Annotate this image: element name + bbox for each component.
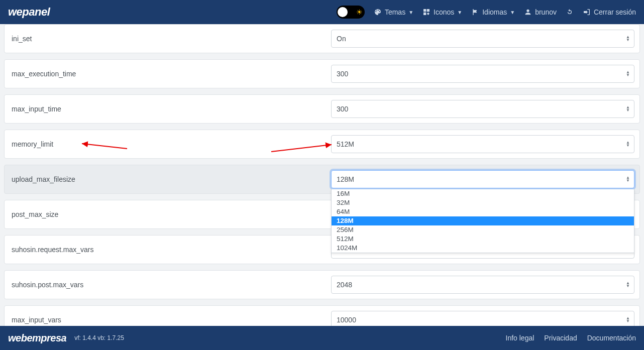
footer: webempresa vf: 1.4.4 vb: 1.7.25 Info leg… xyxy=(0,326,644,350)
navbar: wepanel ☀ Temas ▼ Iconos ▼ Idiomas ▼ bru… xyxy=(0,0,644,24)
nav-user[interactable]: brunov xyxy=(524,8,557,16)
select-arrows-icon: ▲▼ xyxy=(626,36,630,42)
nav-idiomas[interactable]: Idiomas ▼ xyxy=(471,8,515,16)
palette-icon xyxy=(374,8,382,16)
dropdown-option[interactable]: 16M xyxy=(332,189,634,198)
select-arrows-icon: ▲▼ xyxy=(626,71,630,77)
nav-user-label: brunov xyxy=(535,8,557,16)
settings-list: ini_setOn▲▼max_execution_time300▲▼max_in… xyxy=(0,24,644,350)
flag-icon xyxy=(471,8,479,16)
icons-icon xyxy=(422,8,431,16)
caret-down-icon: ▼ xyxy=(510,10,515,15)
setting-select-wrap: 128M▲▼16M32M64M128M256M512M1024M xyxy=(331,170,634,188)
setting-select-wrap: On▲▼ xyxy=(331,30,634,48)
setting-select-wrap: 512M▲▼ xyxy=(331,135,634,153)
nav-right: ☀ Temas ▼ Iconos ▼ Idiomas ▼ brunov Cerr… xyxy=(337,6,636,19)
setting-row-max_input_time: max_input_time300▲▼ xyxy=(4,94,640,124)
setting-label: suhosin.post.max_vars xyxy=(10,281,331,289)
setting-row-max_execution_time: max_execution_time300▲▼ xyxy=(4,59,640,88)
select-arrows-icon: ▲▼ xyxy=(626,176,630,182)
select-arrows-icon: ▲▼ xyxy=(626,282,630,288)
setting-select-wrap: 300▲▼ xyxy=(331,100,634,118)
select-arrows-icon: ▲▼ xyxy=(626,141,630,147)
footer-docs-link[interactable]: Documentación xyxy=(587,334,636,342)
select-memory_limit[interactable]: 512M▲▼ xyxy=(331,135,634,153)
dropdown-option[interactable]: 512M xyxy=(332,235,634,244)
dropdown-panel: 16M32M64M128M256M512M1024M xyxy=(331,189,634,253)
footer-version: vf: 1.4.4 vb: 1.7.25 xyxy=(74,334,124,341)
caret-down-icon: ▼ xyxy=(457,10,462,15)
setting-label: upload_max_filesize xyxy=(10,175,331,183)
setting-row-memory_limit: memory_limit512M▲▼ xyxy=(4,130,640,159)
footer-privacy-link[interactable]: Privacidad xyxy=(544,334,577,342)
select-upload_max_filesize[interactable]: 128M▲▼ xyxy=(331,170,634,188)
logout-button[interactable]: Cerrar sesión xyxy=(583,8,636,16)
dropdown-option[interactable]: 256M xyxy=(332,225,634,235)
select-value: 512M xyxy=(337,140,354,148)
setting-label: max_input_vars xyxy=(10,316,331,324)
caret-down-icon: ▼ xyxy=(408,10,413,15)
dropdown-option[interactable]: 64M xyxy=(332,207,634,216)
select-value: On xyxy=(337,35,346,43)
select-value: 128M xyxy=(337,175,354,183)
footer-logo: webempresa xyxy=(8,332,66,344)
sun-icon: ☀ xyxy=(356,8,363,16)
select-ini_set[interactable]: On▲▼ xyxy=(331,30,634,48)
toggle-knob xyxy=(338,7,348,17)
select-suhosin_post_max_vars[interactable]: 2048▲▼ xyxy=(331,276,634,294)
dropdown-option[interactable]: 1024M xyxy=(332,244,634,253)
setting-row-suhosin_post_max_vars: suhosin.post.max_vars2048▲▼ xyxy=(4,270,640,299)
setting-row-upload_max_filesize: upload_max_filesize128M▲▼16M32M64M128M25… xyxy=(4,165,640,194)
nav-idiomas-label: Idiomas xyxy=(482,8,507,16)
select-max_execution_time[interactable]: 300▲▼ xyxy=(331,65,634,83)
footer-links: Info legal Privacidad Documentación xyxy=(506,334,636,342)
app-logo: wepanel xyxy=(8,6,50,19)
nav-iconos-label: Iconos xyxy=(434,8,454,16)
theme-toggle[interactable]: ☀ xyxy=(337,6,365,19)
logout-label: Cerrar sesión xyxy=(594,8,636,16)
select-value: 10000 xyxy=(337,316,356,324)
select-value: 300 xyxy=(337,105,348,113)
setting-label: max_input_time xyxy=(10,105,331,113)
setting-label: max_execution_time xyxy=(10,70,331,78)
nav-temas[interactable]: Temas ▼ xyxy=(374,8,413,16)
setting-row-ini_set: ini_setOn▲▼ xyxy=(4,24,640,53)
setting-select-wrap: 2048▲▼ xyxy=(331,276,634,294)
refresh-icon xyxy=(566,8,574,16)
setting-label: post_max_size xyxy=(10,210,331,218)
dropdown-option[interactable]: 128M xyxy=(332,216,634,225)
dropdown-option[interactable]: 32M xyxy=(332,198,634,207)
footer-legal-link[interactable]: Info legal xyxy=(506,334,534,342)
nav-iconos[interactable]: Iconos ▼ xyxy=(422,8,462,16)
setting-select-wrap: 300▲▼ xyxy=(331,65,634,83)
user-icon xyxy=(524,8,532,16)
setting-label: suhosin.request.max_vars xyxy=(10,246,331,254)
select-arrows-icon: ▲▼ xyxy=(626,317,630,323)
select-value: 2048 xyxy=(337,281,352,289)
select-value: 300 xyxy=(337,70,348,78)
setting-label: memory_limit xyxy=(10,140,331,148)
select-max_input_time[interactable]: 300▲▼ xyxy=(331,100,634,118)
logout-icon xyxy=(583,8,591,16)
select-arrows-icon: ▲▼ xyxy=(626,106,630,112)
refresh-button[interactable] xyxy=(566,8,574,16)
nav-temas-label: Temas xyxy=(385,8,405,16)
setting-label: ini_set xyxy=(10,35,331,43)
